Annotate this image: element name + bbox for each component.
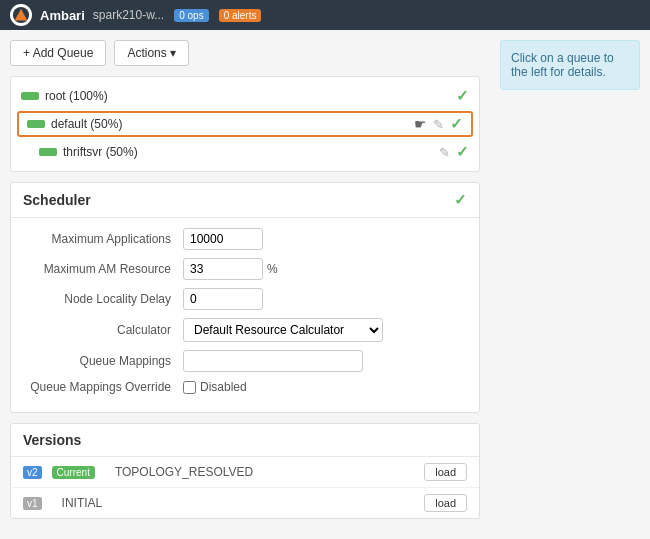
cursor-icon: ☛ [414, 116, 427, 132]
max-apps-input[interactable] [183, 228, 263, 250]
alerts-badge[interactable]: 0 alerts [219, 9, 262, 22]
max-am-input[interactable] [183, 258, 263, 280]
info-box-text: Click on a queue to the left for details… [511, 51, 614, 79]
queue-mappings-label: Queue Mappings [23, 354, 183, 368]
edit-icon: ✎ [439, 145, 450, 160]
queue-mappings-override-checkbox-label: Disabled [183, 380, 247, 394]
edit-icon: ✎ [433, 117, 444, 132]
max-am-row: Maximum AM Resource % [23, 258, 467, 280]
version-row-v2: v2 Current TOPOLOGY_RESOLVED load [11, 457, 479, 488]
versions-section: Versions v2 Current TOPOLOGY_RESOLVED lo… [10, 423, 480, 519]
cluster-name: spark210-w... [93, 8, 164, 22]
max-apps-label: Maximum Applications [23, 232, 183, 246]
version-row-v1: v1 INITIAL load [11, 488, 479, 518]
app-logo [10, 4, 32, 26]
calculator-select[interactable]: Default Resource Calculator [183, 318, 383, 342]
queue-label: default (50%) [51, 117, 408, 131]
max-am-unit: % [267, 262, 278, 276]
queue-check-icon: ✓ [456, 87, 469, 105]
topbar: Ambari spark210-w... 0 ops 0 alerts [0, 0, 650, 30]
queue-list: root (100%) ✓ default (50%) ☛ ✎ ✓ thrift… [10, 76, 480, 172]
calculator-row: Calculator Default Resource Calculator [23, 318, 467, 342]
queue-mappings-row: Queue Mappings [23, 350, 467, 372]
versions-header: Versions [11, 424, 479, 457]
scheduler-header: Scheduler ✓ [11, 183, 479, 218]
version-current-badge: Current [52, 466, 95, 479]
left-panel: + Add Queue Actions ▾ root (100%) ✓ defa… [0, 30, 490, 539]
add-queue-button[interactable]: + Add Queue [10, 40, 106, 66]
max-am-label: Maximum AM Resource [23, 262, 183, 276]
info-box: Click on a queue to the left for details… [500, 40, 640, 90]
version-name-v2: TOPOLOGY_RESOLVED [105, 465, 414, 479]
queue-item-thriftsvr[interactable]: thriftsvr (50%) ✎ ✓ [11, 139, 479, 165]
node-locality-row: Node Locality Delay [23, 288, 467, 310]
ops-badge[interactable]: 0 ops [174, 9, 208, 22]
queue-item-root[interactable]: root (100%) ✓ [11, 83, 479, 109]
version-badge-v1: v1 [23, 497, 42, 510]
queue-check-icon: ✓ [456, 143, 469, 161]
right-panel: Click on a queue to the left for details… [490, 30, 650, 539]
node-locality-label: Node Locality Delay [23, 292, 183, 306]
node-locality-input[interactable] [183, 288, 263, 310]
queue-status-dot [21, 92, 39, 100]
queue-label: root (100%) [45, 89, 450, 103]
scheduler-title: Scheduler [23, 192, 91, 208]
queue-check-icon: ✓ [450, 115, 463, 133]
version-load-button-v2[interactable]: load [424, 463, 467, 481]
queue-status-dot [27, 120, 45, 128]
queue-mappings-override-checkbox[interactable] [183, 381, 196, 394]
version-badge-v2: v2 [23, 466, 42, 479]
queue-label: thriftsvr (50%) [63, 145, 433, 159]
queue-status-dot [39, 148, 57, 156]
queue-item-default[interactable]: default (50%) ☛ ✎ ✓ [17, 111, 473, 137]
queue-mappings-input[interactable] [183, 350, 363, 372]
queue-mappings-override-text: Disabled [200, 380, 247, 394]
queue-mappings-override-label: Queue Mappings Override [23, 380, 183, 394]
scheduler-section: Scheduler ✓ Maximum Applications Maximum… [10, 182, 480, 413]
queue-mappings-override-row: Queue Mappings Override Disabled [23, 380, 467, 394]
version-load-button-v1[interactable]: load [424, 494, 467, 512]
app-title: Ambari [40, 8, 85, 23]
scheduler-body: Maximum Applications Maximum AM Resource… [11, 218, 479, 412]
max-apps-row: Maximum Applications [23, 228, 467, 250]
toolbar: + Add Queue Actions ▾ [10, 40, 480, 66]
actions-button[interactable]: Actions ▾ [114, 40, 189, 66]
scheduler-check-icon: ✓ [454, 191, 467, 209]
version-name-v1: INITIAL [52, 496, 415, 510]
calculator-label: Calculator [23, 323, 183, 337]
main-content: + Add Queue Actions ▾ root (100%) ✓ defa… [0, 30, 650, 539]
